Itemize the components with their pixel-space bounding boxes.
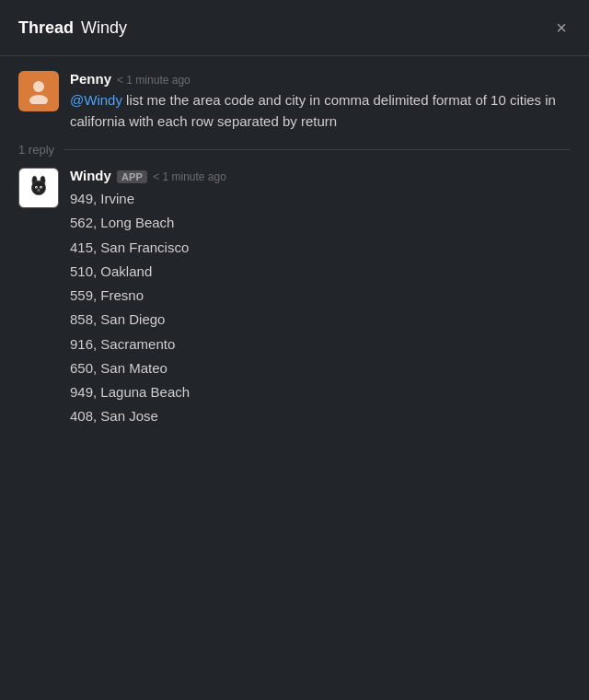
city-item: 916, Sacramento [70,332,571,356]
thread-name: Windy [81,18,127,38]
replies-count: 1 reply [18,143,54,157]
city-item: 562, Long Beach [70,211,571,235]
thread-header: Thread Windy × [0,0,589,56]
city-list: 949, Irvine562, Long Beach415, San Franc… [70,187,571,429]
svg-point-4 [31,181,45,194]
avatar-penny [18,71,59,111]
mention-windy[interactable]: @Windy [70,92,122,108]
thread-header-title: Thread Windy [18,18,127,38]
thread-label: Thread [18,18,74,38]
message-windy: Windy APP < 1 minute ago 949, Irvine562,… [18,168,571,429]
message-body-penny: list me the area code and city in comma … [70,92,556,129]
svg-point-1 [29,95,48,104]
timestamp-windy: < 1 minute ago [153,170,226,183]
username-windy: Windy [70,168,111,183]
city-item: 510, Oakland [70,260,571,284]
city-item: 559, Fresno [70,284,571,308]
city-item: 408, San Jose [70,404,571,428]
message-meta-windy: Windy APP < 1 minute ago [70,168,571,183]
message-penny: Penny < 1 minute ago @Windy list me the … [18,71,571,132]
city-item: 650, San Mateo [70,356,571,380]
message-content-windy: Windy APP < 1 minute ago 949, Irvine562,… [70,168,571,429]
city-item: 949, Laguna Beach [70,380,571,404]
city-item: 949, Irvine [70,187,571,211]
timestamp-penny: < 1 minute ago [117,74,191,87]
svg-point-9 [38,189,40,191]
username-penny: Penny [70,71,111,87]
message-content-penny: Penny < 1 minute ago @Windy list me the … [70,71,571,132]
svg-point-8 [40,187,41,188]
thread-panel: Thread Windy × Penny < 1 minute ago @ [0,0,589,700]
avatar-windy [18,168,59,208]
city-item: 858, San Diego [70,308,571,332]
app-badge-windy: APP [117,170,147,183]
city-item: 415, San Francisco [70,236,571,260]
svg-point-7 [36,187,37,188]
message-text-penny: @Windy list me the area code and city in… [70,90,571,132]
replies-divider: 1 reply [18,143,571,157]
svg-point-0 [33,81,44,92]
message-meta-penny: Penny < 1 minute ago [70,71,571,87]
close-button[interactable]: × [552,15,571,41]
thread-body: Penny < 1 minute ago @Windy list me the … [0,56,589,700]
